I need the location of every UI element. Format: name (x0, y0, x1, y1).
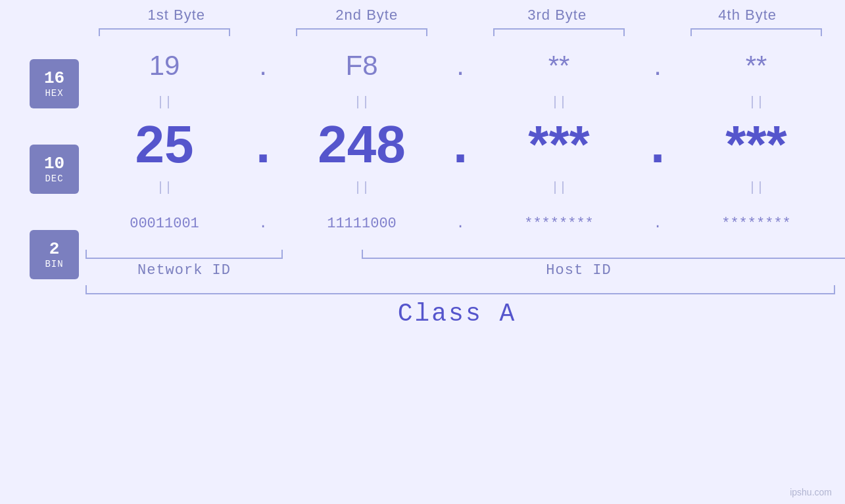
bracket-byte2 (296, 28, 427, 36)
class-label: Class A (398, 300, 517, 328)
bin-b4: ******** (677, 216, 835, 232)
network-id-label: Network ID (85, 262, 283, 279)
bracket-byte1 (99, 28, 230, 36)
bin-b1: 00011001 (85, 216, 243, 232)
eq2-b1: || (85, 180, 243, 195)
hex-b2: F8 (283, 50, 441, 81)
equals-row-1: || || || || (79, 92, 845, 112)
dec-badge: 10 DEC (30, 145, 79, 194)
bin-badge: 2 BIN (30, 230, 79, 279)
byte3-header: 3rd Byte (481, 7, 633, 24)
full-bracket (85, 285, 835, 294)
dec-number: 10 (44, 154, 64, 173)
bracket-byte4 (690, 28, 822, 36)
byte-headers: 1st Byte 2nd Byte 3rd Byte 4th Byte (101, 7, 824, 27)
hex-b1: 19 (85, 50, 243, 81)
eq1-b2: || (283, 95, 441, 110)
eq1-b4: || (677, 95, 835, 110)
bin-number: 2 (49, 240, 60, 259)
base-labels: 16 HEX 10 DEC 2 BIN (0, 39, 79, 328)
hex-number: 16 (44, 69, 64, 88)
dec-row: 25 . 248 . *** . *** (79, 112, 845, 177)
bottom-brackets (79, 250, 845, 259)
hex-dot1: . (243, 50, 283, 81)
full-bracket-row (79, 285, 845, 294)
bracket-byte3 (493, 28, 625, 36)
bin-dot2: . (441, 216, 480, 232)
content-area: 16 HEX 10 DEC 2 BIN 19 . F8 . ** . ** (0, 39, 845, 328)
eq2-b2: || (283, 180, 441, 195)
equals-row-2: || || || || (79, 177, 845, 197)
header-brackets (85, 28, 842, 36)
host-id-label: Host ID (322, 262, 835, 279)
hex-dot2: . (441, 50, 480, 81)
hex-badge: 16 HEX (30, 59, 79, 108)
dec-b2: 248 (283, 114, 441, 175)
host-bracket (362, 250, 845, 259)
eq1-b3: || (480, 95, 638, 110)
bin-dot3: . (638, 216, 677, 232)
dec-b1: 25 (85, 114, 243, 175)
hex-row: 19 . F8 . ** . ** (79, 39, 845, 92)
hex-b3: ** (480, 50, 638, 81)
dec-dot1: . (243, 114, 283, 175)
dec-b3: *** (480, 114, 638, 175)
footer: ipshu.com (790, 487, 832, 497)
bytes-grid: 19 . F8 . ** . ** || || || || 25 (79, 39, 845, 328)
dec-label: DEC (45, 173, 63, 184)
id-labels: Network ID Host ID (79, 262, 845, 279)
eq2-b3: || (480, 180, 638, 195)
main-container: 1st Byte 2nd Byte 3rd Byte 4th Byte 16 H… (0, 0, 845, 504)
byte4-header: 4th Byte (671, 7, 824, 24)
bin-row: 00011001 . 11111000 . ******** . *******… (79, 197, 845, 250)
eq2-b4: || (677, 180, 835, 195)
bin-b2: 11111000 (283, 216, 441, 232)
network-bracket (85, 250, 283, 259)
bin-dot1: . (243, 216, 283, 232)
eq1-b1: || (85, 95, 243, 110)
byte2-header: 2nd Byte (291, 7, 443, 24)
dec-dot3: . (638, 114, 677, 175)
byte1-header: 1st Byte (101, 7, 253, 24)
dec-b4: *** (677, 114, 835, 175)
class-row: Class A (79, 300, 829, 328)
hex-b4: ** (677, 50, 835, 81)
dec-dot2: . (441, 114, 480, 175)
bin-b3: ******** (480, 216, 638, 232)
bin-label: BIN (45, 259, 63, 269)
hex-dot3: . (638, 50, 677, 81)
hex-label: HEX (45, 88, 63, 99)
